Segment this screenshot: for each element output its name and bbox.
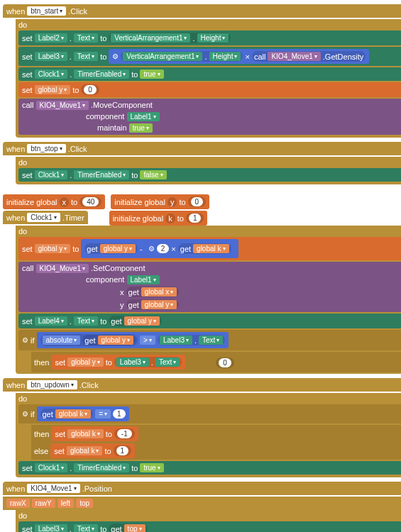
if-abs-gt[interactable]: ⚙ if absolute▾ get global y▾ >▾ Label3▾.…	[18, 330, 401, 350]
set-clock-enabled-false[interactable]: set Clock1▾. TimerEnabled▾ to false▾	[18, 168, 401, 182]
gear-icon[interactable]: ⚙	[112, 52, 119, 60]
text-dd[interactable]: Text▾	[74, 33, 98, 43]
init-global-x[interactable]: initialize global x to 40	[3, 194, 105, 209]
set-label2-text[interactable]: set Label2▾. Text▾ to VerticalArrangemen…	[18, 31, 401, 45]
minus-expr[interactable]: get global y▾ - ⚙ 2 × get global k▾	[81, 239, 238, 258]
gear-icon[interactable]: ⚙	[22, 410, 28, 418]
mult-2k[interactable]: ⚙ 2 × get global k▾	[145, 241, 235, 256]
when-btn-updown-click[interactable]: when btn_updown▾ .Click	[3, 378, 401, 392]
call-getdensity[interactable]: call KIO4_Move1▾ .GetDensity	[252, 51, 366, 62]
when-btn-start-click[interactable]: when btn_start▾ .Click	[3, 4, 401, 18]
gear-icon[interactable]: ⚙	[148, 245, 155, 253]
when-btn-stop-click[interactable]: when btn_stop▾ .Click	[3, 142, 401, 155]
param-rawx[interactable]: rawX	[6, 499, 30, 508]
gear-icon[interactable]: ⚙	[22, 336, 28, 344]
btn-start-dd[interactable]: btn_start▾	[27, 6, 66, 16]
set-k-neg1[interactable]: set global k▾ to -1	[51, 426, 138, 441]
set-y-label3[interactable]: set global y▾ to Label3▾. Text▾	[51, 355, 185, 370]
get-top[interactable]: get top▾	[109, 523, 147, 532]
var-k[interactable]: k	[165, 214, 175, 223]
compare-eq[interactable]: get global k▾ =▾ 1	[37, 406, 129, 421]
do-label: do	[18, 21, 27, 29]
true-literal[interactable]: true▾	[140, 70, 163, 79]
set-clock-true-2[interactable]: set Clock1▾. TimerEnabled▾ to true▾	[18, 461, 401, 475]
set-label4-text[interactable]: set Label4▾. Text▾ to get global y▾	[18, 314, 401, 328]
when-label: when	[6, 7, 25, 16]
set-clock-enabled-true[interactable]: set Clock1▾. TimerEnabled▾ to true▾	[18, 67, 401, 81]
label1-arg[interactable]: Label1▾	[127, 112, 160, 121]
call-movecomponent[interactable]: call KIO4_Move1▾ .MoveComponent componen…	[18, 99, 401, 135]
var-x[interactable]: x	[60, 197, 70, 207]
num-0[interactable]: 0	[84, 85, 97, 94]
loose-0[interactable]: 0	[219, 358, 231, 367]
if-k-eq-1[interactable]: ⚙ if get global k▾ =▾ 1	[18, 404, 401, 423]
init-global-y[interactable]: initialize global y to 0	[111, 194, 209, 209]
abs-block[interactable]: absolute▾ get global y▾	[40, 334, 138, 346]
mult-expr[interactable]: ⚙ VerticalArrangement1▾. Height▾ × call …	[109, 49, 369, 64]
va-height-get[interactable]: VerticalArrangement1▾. Height▾	[109, 33, 231, 43]
set-label3-text[interactable]: set Label3▾. Text▾ to ⚙ VerticalArrangem…	[18, 47, 401, 66]
set-y-expr[interactable]: set global y▾ to get global y▾ - ⚙ 2 × g…	[18, 237, 401, 260]
when-clock-timer[interactable]: when Clock1▾ .Timer	[3, 211, 88, 224]
call-setcomponent-timer[interactable]: call KIO4_Move1▾ .SetComponent component…	[18, 262, 401, 312]
set-global-y-0[interactable]: set global y▾ to 0	[18, 82, 401, 97]
false-literal[interactable]: false▾	[140, 170, 166, 179]
param-top[interactable]: top	[76, 499, 93, 508]
set-k-1[interactable]: set global k▾ to 1	[50, 443, 135, 458]
var-y[interactable]: y	[167, 197, 177, 207]
set-label3-top[interactable]: set Label3▾. Text▾ to get top▾	[18, 521, 401, 532]
when-kio4-position[interactable]: when KIO4_Move1▾ .Position	[3, 482, 401, 495]
compare-gt[interactable]: absolute▾ get global y▾ >▾ Label3▾. Text…	[37, 332, 229, 348]
param-rawy[interactable]: rawY	[32, 499, 55, 508]
click-label: .Click	[68, 7, 87, 16]
init-global-k[interactable]: initialize global k to 1	[109, 211, 208, 226]
label2-dd[interactable]: Label2▾	[35, 33, 67, 43]
param-left[interactable]: left	[57, 499, 74, 508]
